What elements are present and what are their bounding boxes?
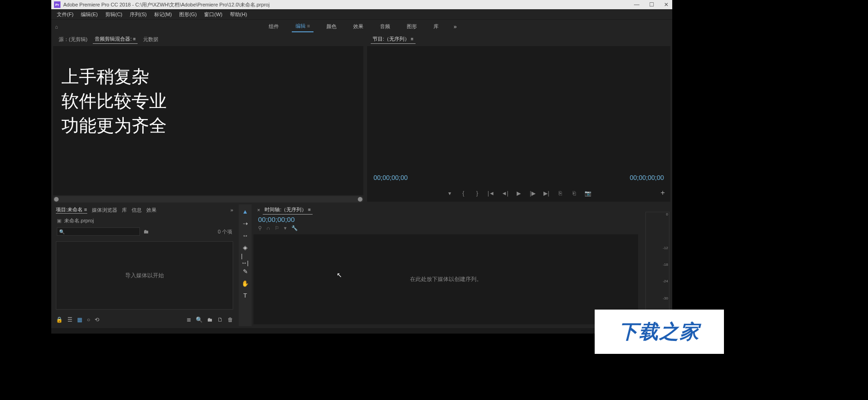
automate-icon[interactable]: ≣ [187, 316, 191, 323]
project-panel: 项目:未命名 媒体浏览器 库 信息 效果 » ▣ 未命名.prproj 🔍 🖿 … [52, 204, 237, 326]
project-drop-zone[interactable]: 导入媒体以开始 [56, 241, 233, 310]
selection-tool-icon[interactable]: ▲ [241, 207, 249, 215]
freeform-icon[interactable]: ○ [87, 316, 90, 323]
titlebar: Pr Adobe Premiere Pro CC 2018 - C:\用户\XZ… [51, 0, 672, 9]
project-search-input[interactable]: 🔍 [57, 227, 140, 236]
go-in-icon[interactable]: { [460, 190, 467, 197]
snap-icon[interactable]: ⚲ [258, 225, 262, 231]
cursor-icon: ↖ [337, 271, 342, 279]
tab-audio-mixer[interactable]: 音频剪辑混合器: [93, 35, 138, 44]
trash-icon[interactable]: 🗑 [228, 316, 233, 323]
tab-source-noclip[interactable]: 源：(无剪辑) [57, 35, 89, 44]
panels-top: 源：(无剪辑) 音频剪辑混合器: 元数据 上手稍复杂 软件比较专业 功能更为齐全… [51, 33, 672, 203]
program-timecode-left: 00;00;00;00 [374, 174, 408, 181]
tab-timeline[interactable]: 时间轴:（无序列） [263, 205, 313, 215]
workspace-assembly[interactable]: 组件 [265, 21, 283, 32]
source-monitor[interactable]: 上手稍复杂 软件比较专业 功能更为齐全 [53, 46, 363, 195]
tab-info[interactable]: 信息 [132, 207, 142, 214]
menu-marker[interactable]: 标记(M) [151, 10, 175, 19]
watermark-logo: 下载之家 [595, 310, 724, 354]
timeline-close-icon[interactable]: × [257, 207, 260, 213]
menu-graphics[interactable]: 图形(G) [176, 10, 199, 19]
timeline-hint: 在此处放下媒体以创建序列。 [410, 275, 482, 283]
audio-meters: 0 -12 -18 -24 -30 -36 [644, 204, 671, 326]
zoom-slider[interactable]: ⟲ [95, 316, 99, 323]
source-scrollbar[interactable] [53, 196, 363, 203]
ripple-edit-tool-icon[interactable]: ↔ [241, 231, 249, 239]
timeline-timecode[interactable]: 00;00;00;00 [253, 215, 642, 223]
wrench-icon[interactable]: 🔧 [291, 225, 298, 231]
new-folder-icon[interactable]: 🖿 [207, 316, 213, 323]
tab-effects[interactable]: 效果 [146, 207, 157, 214]
workspace-editing[interactable]: 编辑 [292, 21, 313, 32]
window-title: Adobe Premiere Pro CC 2018 - C:\用户\XZWH\… [63, 1, 633, 8]
workspace-audio[interactable]: 音频 [376, 21, 394, 32]
menu-clip[interactable]: 剪辑(C) [102, 10, 125, 19]
slip-tool-icon[interactable]: |↔| [241, 255, 249, 263]
meter-tick: -18 [663, 263, 668, 267]
project-tabs-more[interactable]: » [230, 207, 233, 213]
new-item-icon[interactable]: 🗋 [217, 316, 223, 323]
step-fwd-many-icon[interactable]: ▶| [543, 190, 550, 197]
list-view-icon[interactable]: ☰ [67, 316, 72, 323]
workspace-libraries[interactable]: 库 [430, 21, 442, 32]
export-frame-icon[interactable]: 📷 [585, 190, 592, 197]
meter-tick: -30 [663, 296, 668, 300]
tab-media-browser[interactable]: 媒体浏览器 [92, 207, 117, 214]
tab-library[interactable]: 库 [122, 207, 127, 214]
button-editor-icon[interactable]: + [661, 189, 665, 197]
find-icon[interactable]: 🔍 [196, 316, 203, 323]
hand-tool-icon[interactable]: ✋ [241, 279, 249, 287]
minimize-button[interactable]: — [633, 1, 640, 8]
add-marker-icon[interactable]: ⚐ [275, 225, 279, 231]
menu-window[interactable]: 窗口(W) [201, 10, 225, 19]
tab-metadata[interactable]: 元数据 [141, 35, 160, 44]
menubar: 文件(F) 编辑(E) 剪辑(C) 序列(S) 标记(M) 图形(G) 窗口(W… [51, 9, 672, 19]
go-out-icon[interactable]: } [474, 190, 481, 197]
maximize-button[interactable]: ☐ [648, 1, 655, 8]
play-icon[interactable]: ▶ [515, 190, 523, 197]
menu-sequence[interactable]: 序列(S) [127, 10, 150, 19]
close-button[interactable]: ✕ [663, 1, 669, 8]
program-monitor[interactable]: 00;00;00;00 00;00;00;00 ▾ { } |◄ ◄| ▶ |▶… [367, 46, 670, 202]
window-controls: — ☐ ✕ [633, 1, 669, 8]
track-select-tool-icon[interactable]: ⇢ [241, 219, 249, 227]
app-window: Pr Adobe Premiere Pro CC 2018 - C:\用户\XZ… [51, 0, 672, 334]
type-tool-icon[interactable]: T [241, 291, 249, 299]
icon-view-icon[interactable]: ▦ [77, 316, 82, 323]
timeline-settings-icon[interactable]: ▾ [284, 225, 287, 231]
menu-file[interactable]: 文件(F) [54, 10, 76, 19]
import-hint: 导入媒体以开始 [125, 272, 164, 280]
workspace-effects[interactable]: 效果 [350, 21, 367, 32]
extract-icon[interactable]: ⎗ [571, 190, 578, 197]
mark-in-icon[interactable]: ▾ [446, 190, 453, 197]
item-count: 0 个项 [218, 228, 232, 235]
workspace-color[interactable]: 颜色 [323, 21, 340, 32]
meter-tick: 0 [666, 212, 668, 216]
lock-icon[interactable]: 🔒 [56, 316, 63, 323]
timeline-tools: ⚲ ∩ ⚐ ▾ 🔧 [253, 223, 642, 233]
linked-selection-icon[interactable]: ∩ [266, 225, 270, 231]
rate-stretch-tool-icon[interactable]: ◈ [241, 243, 249, 251]
source-panel: 源：(无剪辑) 音频剪辑混合器: 元数据 上手稍复杂 软件比较专业 功能更为齐全 [52, 33, 364, 203]
timeline-drop-zone[interactable]: 在此处放下媒体以创建序列。 ↖ [253, 234, 638, 324]
status-bar [51, 328, 672, 334]
step-back-many-icon[interactable]: |◄ [488, 190, 495, 197]
workspace-graphics[interactable]: 图形 [403, 21, 421, 32]
menu-help[interactable]: 帮助(H) [227, 10, 250, 19]
program-timecode-right: 00;00;00;00 [630, 174, 664, 181]
timeline-panel: × 时间轴:（无序列） 00;00;00;00 ⚲ ∩ ⚐ ▾ 🔧 在此处放下媒… [253, 204, 642, 326]
project-filename: 未命名.prproj [64, 217, 94, 224]
overlay-text: 上手稍复杂 软件比较专业 功能更为齐全 [61, 65, 167, 138]
lift-icon[interactable]: ⎘ [557, 190, 564, 197]
new-bin-icon[interactable]: 🖿 [144, 228, 149, 235]
home-icon[interactable]: ⌂ [55, 24, 58, 30]
tab-program[interactable]: 节目:（无序列） [371, 35, 416, 44]
pen-tool-icon[interactable]: ✎ [241, 267, 249, 275]
step-back-icon[interactable]: ◄| [501, 190, 509, 197]
workspace-more[interactable]: » [452, 22, 458, 32]
menu-edit[interactable]: 编辑(E) [78, 10, 101, 19]
step-fwd-icon[interactable]: |▶ [529, 190, 536, 197]
tab-project[interactable]: 项目:未命名 [56, 206, 87, 214]
program-transport: ▾ { } |◄ ◄| ▶ |▶ ▶| ⎘ ⎗ 📷 [367, 190, 670, 197]
